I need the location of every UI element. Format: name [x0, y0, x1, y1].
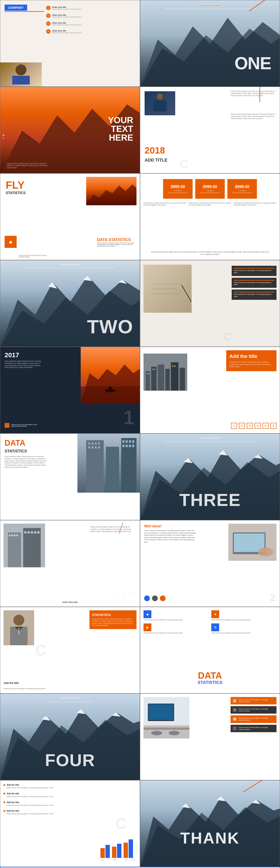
grid-item-3: ▶ Please add your text description to th…: [143, 623, 209, 634]
right-item-4-1: Please will your text description to the…: [232, 266, 277, 276]
add-title-text: ADD TITLE: [145, 158, 167, 163]
menu-text-1: Enter your title Flying impression graph…: [52, 6, 82, 10]
menu-text-3: Enter your title Flying impression graph…: [52, 22, 82, 26]
slide-5-right: Add the title Flying impression graphic …: [140, 347, 280, 433]
slide-3-fly: FLY STATISTICS ◆ DAT: [0, 174, 140, 260]
person-photo: [145, 91, 175, 115]
list-item-10-3: Add the title Please will your text desc…: [3, 801, 65, 806]
add-title-8: Add the title: [3, 682, 19, 685]
svg-rect-22: [158, 365, 164, 391]
svg-rect-98: [117, 844, 121, 858]
price-desc-2: Flying impression graphic design: [198, 192, 222, 193]
slide-9-right: ◆ Please will your text description to t…: [140, 693, 280, 780]
svg-rect-36: [88, 442, 90, 444]
num-2: 2: [239, 423, 245, 429]
svg-rect-30: [172, 366, 173, 367]
svg-rect-95: [101, 848, 105, 858]
orange-item: Please will your text description to the…: [5, 423, 39, 428]
data-stats-title: DATA STATISTICS: [97, 238, 137, 242]
slide-4-two: Please add the title here Flying impress…: [0, 260, 140, 347]
menu-text-4: Enter your title Flying impression graph…: [52, 30, 82, 33]
icon-grid-8: ◆ Please add your text description to th…: [143, 610, 277, 634]
svg-point-93: [151, 731, 162, 735]
svg-rect-29: [154, 369, 155, 370]
svg-rect-26: [147, 373, 148, 374]
menu-num-4: 04: [46, 29, 51, 34]
r-icon-9-1: ◆: [233, 699, 237, 703]
your-word: YOUR: [108, 116, 133, 124]
slide-2-your-text: F O U R B T YOUR TEXT HERE Flying impres…: [0, 87, 140, 174]
svg-rect-44: [122, 440, 124, 443]
letter-u: U: [3, 127, 4, 129]
svg-rect-96: [106, 845, 110, 858]
menu-num-3: 03: [46, 22, 51, 26]
grid-item-1: ◆ Please add your text description to th…: [143, 610, 209, 621]
statistics-text: STATISTICS: [6, 191, 26, 195]
svg-rect-91: [148, 704, 173, 720]
stats-word-8: STATISTICS: [198, 680, 222, 685]
slide-2-2018: Flying impression graphic design thank y…: [140, 87, 280, 174]
list-item-10-2: Add the title Please will your text desc…: [3, 793, 65, 798]
svg-rect-62: [11, 534, 13, 536]
row-11: 저작권 공고 본 문서의 버전은 개인사용자를 위한 무료 버전입니다. 이 탬…: [0, 867, 280, 868]
man-svg: [3, 610, 34, 645]
please-add-6: Please add the title here: [199, 437, 221, 439]
fly-photo: [86, 177, 137, 205]
circle-dark: [152, 595, 158, 601]
menu-text-2: Enter your title Flying impression graph…: [52, 14, 82, 18]
letter-r: R: [3, 131, 4, 133]
menu-item-3: 03 Enter your title Flying impression gr…: [46, 22, 82, 26]
menu-num-1: 01: [46, 6, 51, 10]
price-box-2: $989.00 Price label Flying impression gr…: [195, 179, 225, 199]
one-word: ONE: [234, 53, 271, 73]
y-label-1: Y: [117, 592, 118, 595]
svg-rect-76: [268, 548, 270, 553]
mid-desc-2: Flying impression graphic design thank y…: [189, 202, 231, 206]
sunset-svg: [86, 177, 137, 205]
row-6: DATA STATISTICS Flying impression graphi…: [0, 433, 280, 520]
row-7: Flying impression graphic design thank y…: [0, 520, 280, 607]
r-icon-9-2: ✉: [233, 708, 237, 712]
slide-1-company: COMPANY 01 Enter your title Flying impre…: [0, 0, 140, 87]
writing-photo: [143, 265, 192, 313]
r-item-9-4: 📍 Please will your text description to t…: [230, 725, 277, 732]
data-6: DATA: [5, 439, 25, 447]
svg-rect-47: [132, 440, 134, 443]
num-5: 5: [262, 423, 269, 429]
slide-5-2017: 2017 Flying impression graphic design th…: [0, 347, 140, 433]
slide-10-thank: THANK: [140, 780, 280, 867]
grid-text-3: Please add your text description to the …: [143, 632, 183, 634]
menu-num-2: 02: [46, 13, 51, 18]
slide-8-data-grid: ◆ Please add your text description to th…: [140, 607, 280, 693]
your-text-block: YOUR TEXT HERE: [108, 116, 133, 142]
list-item-10-1: Add the title Please will your text desc…: [3, 784, 65, 789]
mid-desc-row: Flying impression graphic design thank y…: [143, 202, 277, 206]
here-word: HERE: [108, 133, 133, 142]
dot-2: [3, 793, 5, 795]
big-number-1: 1: [123, 406, 134, 429]
row-10: Add the title Please will your text desc…: [0, 780, 280, 867]
fly-text: FLY: [6, 179, 25, 191]
building-photo: [78, 434, 140, 493]
c-deco-8: C: [35, 642, 46, 659]
well-done-text: Well done!: [144, 524, 162, 528]
svg-text:75%: 75%: [132, 859, 135, 861]
r-icon-9-4: 📍: [233, 726, 237, 731]
right-items-9: ◆ Please will your text description to t…: [230, 697, 277, 732]
svg-rect-25: [179, 368, 185, 391]
svg-rect-50: [129, 444, 131, 447]
bot-desc-8: Please will your text description to the…: [3, 688, 47, 689]
r-item-9-1: ◆ Please will your text description to t…: [230, 697, 277, 705]
slide-6-three: Please add the title here Flying impress…: [140, 433, 280, 520]
svg-rect-99: [123, 843, 128, 858]
price-1: $989.00: [171, 185, 185, 189]
sub-text: Flying impression graphic design thank y…: [165, 8, 255, 9]
svg-rect-74: [262, 548, 264, 553]
svg-rect-92: [143, 727, 190, 730]
slide-8-stats: C STATISTICS Flying impression graphic d…: [0, 607, 140, 693]
grid-icon-3: ▶: [143, 623, 151, 631]
please-add-4: Please add the title here: [59, 264, 81, 266]
sub-6: Flying impression graphic design thank y…: [155, 441, 265, 442]
year-2017: 2017: [5, 351, 19, 359]
mountain-bg-10: [140, 780, 280, 867]
